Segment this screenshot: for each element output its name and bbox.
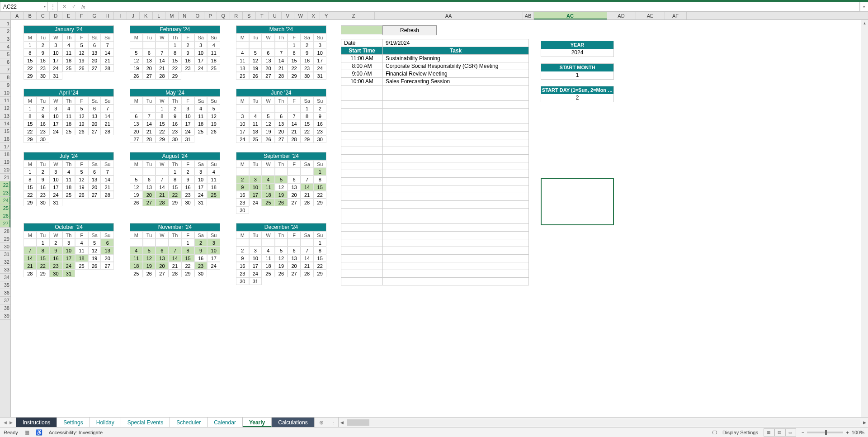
row-header[interactable]: 27 bbox=[0, 220, 10, 228]
day-cell[interactable]: 6 bbox=[262, 49, 275, 57]
day-cell[interactable]: 29 bbox=[156, 135, 169, 143]
day-cell[interactable]: 25 bbox=[62, 64, 75, 72]
day-cell[interactable]: 26 bbox=[88, 262, 101, 270]
day-cell[interactable]: 3 bbox=[181, 104, 194, 112]
day-cell[interactable]: 14 bbox=[143, 120, 156, 128]
view-normal-icon[interactable]: ▦ bbox=[764, 428, 774, 437]
col-header[interactable]: M bbox=[165, 12, 179, 19]
row-header[interactable]: 3 bbox=[0, 35, 10, 43]
col-header[interactable]: X bbox=[307, 12, 321, 19]
day-cell[interactable]: 23 bbox=[169, 128, 182, 135]
row-header[interactable]: 5 bbox=[0, 51, 10, 58]
sheet-canvas[interactable]: January '24MTuWThFSaSu123456789101112131… bbox=[11, 20, 868, 417]
day-cell[interactable]: 16 bbox=[236, 191, 249, 199]
day-cell[interactable]: 22 bbox=[24, 191, 37, 199]
day-cell[interactable]: 18 bbox=[62, 183, 75, 191]
day-cell[interactable]: 29 bbox=[37, 270, 50, 277]
day-cell[interactable]: 30 bbox=[194, 270, 208, 277]
day-cell[interactable]: 11 bbox=[249, 120, 262, 128]
day-cell[interactable]: 17 bbox=[49, 183, 62, 191]
day-cell[interactable]: 24 bbox=[194, 64, 208, 72]
day-cell[interactable]: 28 bbox=[301, 199, 314, 206]
day-cell[interactable]: 1 bbox=[24, 104, 37, 112]
day-cell[interactable]: 18 bbox=[262, 191, 275, 199]
day-cell[interactable]: 5 bbox=[75, 168, 88, 176]
day-cell[interactable]: 4 bbox=[194, 104, 208, 112]
day-cell[interactable]: 2 bbox=[181, 41, 194, 49]
day-cell[interactable]: 16 bbox=[194, 254, 208, 262]
day-cell[interactable]: 8 bbox=[24, 49, 37, 57]
day-cell[interactable]: 1 bbox=[288, 41, 301, 49]
day-cell[interactable]: 15 bbox=[37, 254, 50, 262]
day-cell[interactable]: 5 bbox=[207, 104, 220, 112]
day-cell[interactable]: 1 bbox=[313, 239, 326, 247]
day-cell[interactable]: 31 bbox=[313, 72, 326, 80]
day-cell[interactable]: 7 bbox=[101, 104, 114, 112]
col-header[interactable]: A bbox=[11, 12, 24, 19]
day-cell[interactable]: 3 bbox=[236, 112, 249, 120]
day-cell[interactable]: 10 bbox=[49, 112, 62, 120]
day-cell[interactable]: 18 bbox=[75, 254, 88, 262]
day-cell[interactable]: 11 bbox=[194, 112, 208, 120]
tabs-separator[interactable]: ⋮ bbox=[328, 418, 338, 427]
day-cell[interactable]: 16 bbox=[37, 183, 50, 191]
day-cell[interactable]: 25 bbox=[62, 128, 75, 135]
day-cell[interactable]: 7 bbox=[301, 176, 314, 183]
day-cell[interactable]: 22 bbox=[169, 64, 182, 72]
day-cell[interactable]: 17 bbox=[181, 120, 194, 128]
day-cell[interactable]: 9 bbox=[236, 183, 249, 191]
day-cell[interactable]: 28 bbox=[169, 270, 182, 277]
day-cell[interactable]: 16 bbox=[236, 262, 249, 270]
day-cell[interactable]: 30 bbox=[37, 72, 50, 80]
scroll-up-icon[interactable]: ▲ bbox=[861, 20, 868, 27]
day-cell[interactable]: 23 bbox=[37, 64, 50, 72]
day-cell[interactable]: 19 bbox=[275, 262, 288, 270]
col-header[interactable]: D bbox=[50, 12, 63, 19]
day-cell[interactable]: 9 bbox=[37, 176, 50, 183]
col-header[interactable]: J bbox=[127, 12, 140, 19]
day-cell[interactable]: 10 bbox=[207, 247, 220, 254]
view-layout-icon[interactable]: ▤ bbox=[774, 428, 785, 437]
day-cell[interactable]: 30 bbox=[236, 277, 249, 285]
day-cell[interactable]: 17 bbox=[49, 120, 62, 128]
day-cell[interactable]: 21 bbox=[143, 128, 156, 135]
day-cell[interactable]: 28 bbox=[24, 270, 37, 277]
day-cell[interactable]: 10 bbox=[194, 49, 208, 57]
day-cell[interactable]: 5 bbox=[75, 104, 88, 112]
row-header[interactable]: 7 bbox=[0, 66, 10, 74]
day-cell[interactable]: 20 bbox=[88, 183, 101, 191]
day-cell[interactable]: 3 bbox=[249, 176, 262, 183]
day-cell[interactable]: 30 bbox=[236, 206, 249, 214]
col-header[interactable]: K bbox=[140, 12, 153, 19]
day-cell[interactable]: 5 bbox=[262, 112, 275, 120]
day-cell[interactable]: 6 bbox=[143, 176, 156, 183]
day-cell[interactable]: 27 bbox=[275, 135, 288, 143]
day-cell[interactable]: 12 bbox=[88, 247, 101, 254]
day-cell[interactable]: 20 bbox=[288, 262, 301, 270]
day-cell[interactable]: 27 bbox=[101, 262, 114, 270]
day-cell[interactable]: 8 bbox=[288, 49, 301, 57]
day-cell[interactable]: 23 bbox=[37, 128, 50, 135]
day-cell[interactable]: 12 bbox=[143, 254, 156, 262]
day-cell[interactable]: 4 bbox=[262, 247, 275, 254]
day-cell[interactable]: 9 bbox=[236, 254, 249, 262]
day-cell[interactable]: 2 bbox=[236, 247, 249, 254]
col-header[interactable]: T bbox=[256, 12, 269, 19]
row-header[interactable]: 22 bbox=[0, 181, 10, 189]
day-cell[interactable]: 7 bbox=[24, 247, 37, 254]
row-header[interactable]: 12 bbox=[0, 104, 10, 112]
day-cell[interactable]: 23 bbox=[313, 128, 326, 135]
day-cell[interactable]: 21 bbox=[101, 120, 114, 128]
day-cell[interactable]: 19 bbox=[130, 191, 143, 199]
day-cell[interactable]: 18 bbox=[262, 262, 275, 270]
day-cell[interactable]: 30 bbox=[169, 135, 182, 143]
day-cell[interactable]: 10 bbox=[194, 176, 208, 183]
day-cell[interactable]: 19 bbox=[262, 128, 275, 135]
col-header[interactable]: AD bbox=[607, 12, 636, 19]
day-cell[interactable]: 14 bbox=[156, 57, 169, 64]
day-cell[interactable]: 21 bbox=[169, 262, 182, 270]
day-cell[interactable]: 27 bbox=[88, 128, 101, 135]
day-cell[interactable]: 29 bbox=[24, 135, 37, 143]
add-sheet-button[interactable]: ⊕ bbox=[315, 418, 328, 427]
row-header[interactable]: 31 bbox=[0, 251, 10, 258]
